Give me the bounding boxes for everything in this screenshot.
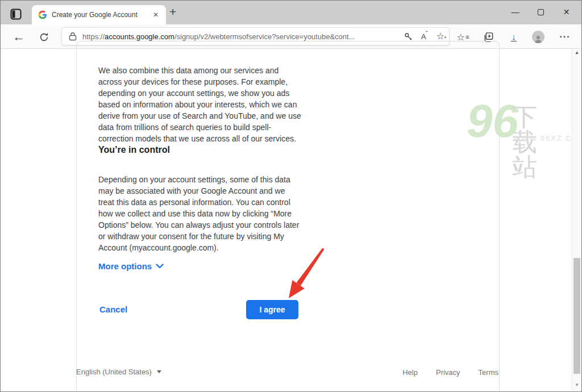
agree-button[interactable]: I agree <box>246 300 298 319</box>
maximize-button[interactable] <box>528 3 554 21</box>
settings-menu-button[interactable]: ··· <box>558 30 572 44</box>
scroll-up-icon[interactable]: ▲ <box>572 50 581 55</box>
terms-link[interactable]: Terms <box>479 368 498 377</box>
privacy-link[interactable]: Privacy <box>436 368 460 377</box>
scrollbar-thumb[interactable] <box>573 258 580 374</box>
url-path: /signup/v2/webtermsofservice?service=you… <box>174 32 355 41</box>
tab-actions-menu-icon[interactable] <box>10 8 22 20</box>
avatar <box>532 31 544 43</box>
read-aloud-button[interactable]: A⌃ <box>421 32 429 41</box>
refresh-icon <box>39 32 49 43</box>
window-controls: — ✕ <box>502 3 579 21</box>
language-selector[interactable]: English (United States) <box>76 368 161 376</box>
more-options-label: More options <box>98 261 152 271</box>
close-icon: ✕ <box>563 7 570 16</box>
scroll-down-icon[interactable]: ▼ <box>572 382 581 387</box>
password-key-icon[interactable] <box>404 32 413 41</box>
url-scheme: https:// <box>82 32 105 41</box>
caret-down-icon <box>157 370 161 373</box>
language-label: English (United States) <box>76 368 152 376</box>
terms-paragraph-1: We also combine this data among our serv… <box>98 65 302 144</box>
key-icon <box>404 32 413 41</box>
download-icon: ↓ <box>511 33 517 41</box>
profile-button[interactable] <box>531 30 546 44</box>
new-tab-button[interactable]: + <box>169 5 176 19</box>
downloads-button[interactable]: ↓ <box>506 30 521 44</box>
page-content: We also combine this data among our serv… <box>1 49 581 391</box>
minimize-icon: — <box>512 7 519 16</box>
chevron-down-icon <box>156 264 164 269</box>
footer-links: Help Privacy Terms <box>402 368 498 377</box>
back-icon: ← <box>13 30 25 44</box>
google-favicon-icon <box>38 10 47 19</box>
more-options-link[interactable]: More options <box>98 261 164 271</box>
scrollbar[interactable]: ▲ ▼ <box>572 49 581 391</box>
lock-icon <box>69 32 77 41</box>
tab-close-icon[interactable]: ✕ <box>151 10 161 20</box>
tab-bar: Create your Google Account ✕ + — ✕ <box>1 1 581 24</box>
help-link[interactable]: Help <box>402 368 418 377</box>
person-icon <box>534 35 543 43</box>
tab-title: Create your Google Account <box>52 11 151 19</box>
section-heading: You’re in control <box>98 145 170 155</box>
terms-paragraph-2: Depending on your account settings, some… <box>98 174 302 253</box>
browser-tab[interactable]: Create your Google Account ✕ <box>32 5 166 24</box>
favorites-lines-icon: ≡ <box>465 34 468 40</box>
tab-actions-icon <box>10 9 22 20</box>
ellipsis-icon: ··· <box>560 32 571 42</box>
watermark-text: 下载站 <box>512 105 539 180</box>
browser-window: Create your Google Account ✕ + — ✕ ← htt… <box>0 0 582 392</box>
maximize-icon <box>538 9 544 15</box>
read-aloud-wave: ⌃ <box>425 30 429 36</box>
close-button[interactable]: ✕ <box>554 3 579 21</box>
refresh-button[interactable] <box>36 30 51 44</box>
add-favorite-button[interactable]: ☆+ <box>436 32 444 41</box>
url-text[interactable]: https://accounts.google.com/signup/v2/we… <box>82 32 396 41</box>
url-host: accounts.google.com <box>105 32 174 41</box>
cancel-button[interactable]: Cancel <box>99 305 127 314</box>
back-button[interactable]: ← <box>11 30 26 44</box>
minimize-button[interactable]: — <box>502 3 528 21</box>
